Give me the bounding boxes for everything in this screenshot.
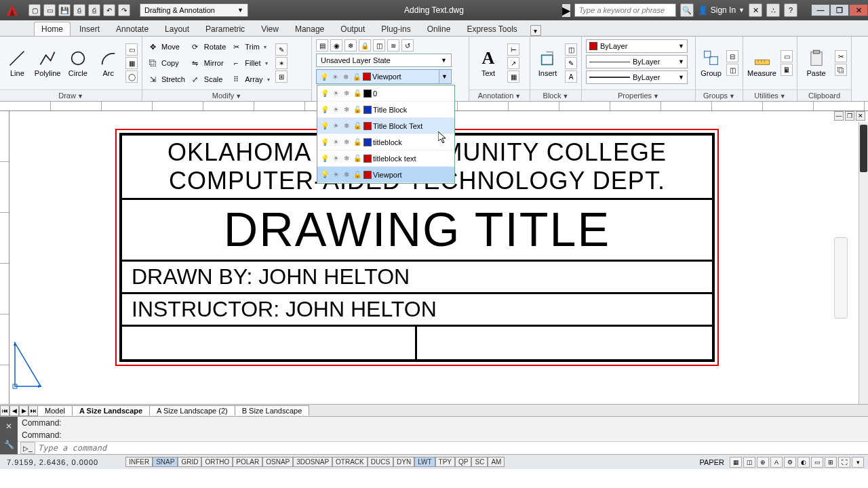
copyclip-icon[interactable]: ⿻ bbox=[835, 64, 847, 76]
qat-save-icon[interactable]: 💾 bbox=[58, 4, 71, 16]
qat-redo-icon[interactable]: ↷ bbox=[118, 4, 130, 16]
tab-view[interactable]: View bbox=[254, 22, 286, 36]
tab-online[interactable]: Online bbox=[420, 22, 458, 36]
layer-match-icon[interactable]: ≋ bbox=[387, 39, 399, 52]
panel-title-block[interactable]: Block▼ bbox=[530, 89, 581, 101]
minimize-button[interactable]: — bbox=[811, 4, 830, 16]
polyline-button[interactable]: Polyline bbox=[35, 49, 61, 77]
toggle-osnap[interactable]: OSNAP bbox=[262, 457, 293, 467]
toggle-otrack[interactable]: OTRACK bbox=[332, 457, 368, 467]
layer-freeze-icon[interactable]: ❄ bbox=[344, 39, 357, 52]
maximize-button[interactable]: ❐ bbox=[830, 4, 849, 16]
hatch-icon[interactable]: ▦ bbox=[125, 57, 138, 69]
command-prompt-icon[interactable]: ▷_ bbox=[20, 442, 35, 454]
search-icon[interactable]: 🔍 bbox=[680, 3, 694, 17]
sign-in-button[interactable]: 👤 Sign In ▼ bbox=[698, 5, 745, 15]
arc-button[interactable]: Arc bbox=[95, 49, 121, 77]
help-search-input[interactable]: Type a keyword or phrase bbox=[574, 3, 676, 17]
close-button[interactable]: ✕ bbox=[849, 4, 868, 16]
layout-tab[interactable]: A Size Landscape (2) bbox=[149, 405, 235, 415]
stayconnected-icon[interactable]: ⛬ bbox=[766, 3, 780, 17]
layout-next-icon[interactable]: ▶ bbox=[19, 405, 28, 416]
line-button[interactable]: Line bbox=[4, 49, 31, 77]
fillet-button[interactable]: ⌐Fillet▾ bbox=[230, 56, 271, 70]
status-icon[interactable]: ⊕ bbox=[757, 457, 769, 468]
measure-button[interactable]: Measure bbox=[747, 49, 776, 77]
cut-icon[interactable]: ✂ bbox=[835, 50, 847, 62]
command-input[interactable] bbox=[38, 443, 868, 453]
viewport-max-icon[interactable]: ❐ bbox=[845, 111, 854, 121]
toggle-dyn[interactable]: DYN bbox=[393, 457, 414, 467]
panel-title-groups[interactable]: Groups▼ bbox=[696, 89, 743, 101]
layout-prev-icon[interactable]: ◀ bbox=[9, 405, 19, 416]
toggle-ortho[interactable]: ORTHO bbox=[201, 457, 233, 467]
navigation-bar[interactable] bbox=[834, 237, 848, 319]
qat-new-icon[interactable]: ▢ bbox=[28, 4, 41, 16]
layer-lock-icon[interactable]: 🔒 bbox=[359, 39, 371, 52]
status-icon[interactable]: ⛶ bbox=[838, 457, 850, 468]
text-button[interactable]: AText bbox=[473, 49, 503, 77]
panel-title-annotation[interactable]: Annotation▼ bbox=[469, 89, 530, 101]
tab-parametric[interactable]: Parametric bbox=[198, 22, 252, 36]
layout-last-icon[interactable]: ⏭ bbox=[28, 405, 38, 416]
edit-block-icon[interactable]: ✎ bbox=[565, 57, 577, 69]
qat-open-icon[interactable]: ▭ bbox=[43, 4, 56, 16]
layer-prop-icon[interactable]: ▤ bbox=[316, 39, 328, 52]
layer-item[interactable]: 💡☀❄🔓Title Block bbox=[317, 102, 454, 118]
select-icon[interactable]: ▭ bbox=[781, 50, 793, 62]
create-block-icon[interactable]: ◫ bbox=[565, 43, 577, 56]
trim-button[interactable]: ✂Trim▾ bbox=[230, 39, 271, 54]
layer-off-icon[interactable]: ◉ bbox=[330, 39, 342, 52]
layer-item[interactable]: 💡☀❄🔓titleblock bbox=[317, 134, 454, 150]
tab-output[interactable]: Output bbox=[333, 22, 372, 36]
layer-item[interactable]: 💡☀❄🔓titleblock text bbox=[317, 150, 454, 167]
lineweight-combo[interactable]: ByLayer▼ bbox=[586, 70, 688, 84]
quickcalc-icon[interactable]: 🖩 bbox=[781, 64, 793, 76]
panel-title-modify[interactable]: Modify▼ bbox=[142, 89, 311, 101]
layer-iso-icon[interactable]: ◫ bbox=[373, 39, 385, 52]
exchange-icon[interactable]: ✕ bbox=[749, 3, 762, 17]
table-icon[interactable]: ▦ bbox=[507, 70, 519, 83]
move-button[interactable]: ✥Move bbox=[146, 39, 185, 54]
qat-plot-icon[interactable]: ⎙ bbox=[88, 4, 100, 16]
layer-item[interactable]: 💡☀❄🔓Title Block Text bbox=[317, 118, 454, 134]
tab-annotate[interactable]: Annotate bbox=[108, 22, 156, 36]
tab-layout[interactable]: Layout bbox=[157, 22, 197, 36]
panel-title-utilities[interactable]: Utilities▼ bbox=[743, 89, 797, 101]
toggle-sc[interactable]: SC bbox=[471, 457, 488, 467]
tab-insert[interactable]: Insert bbox=[72, 22, 107, 36]
toggle-ducs[interactable]: DUCS bbox=[368, 457, 393, 467]
status-icon[interactable]: ⊞ bbox=[825, 457, 837, 468]
rotate-button[interactable]: ⟳Rotate bbox=[189, 39, 226, 54]
toggle-lwt[interactable]: LWT bbox=[414, 457, 435, 467]
tab-express-tools[interactable]: Express Tools bbox=[459, 22, 524, 36]
leader-icon[interactable]: ↗ bbox=[507, 57, 519, 69]
layer-item[interactable]: 💡☀❄🔓0 bbox=[317, 85, 454, 102]
mirror-button[interactable]: ⇋Mirror bbox=[189, 56, 226, 70]
rectangle-icon[interactable]: ▭ bbox=[125, 43, 138, 56]
chevron-down-icon[interactable]: ▼ bbox=[439, 70, 450, 83]
insert-button[interactable]: Insert bbox=[534, 49, 561, 77]
ungroup-icon[interactable]: ⊟ bbox=[726, 50, 738, 62]
qat-undo-icon[interactable]: ↶ bbox=[103, 4, 115, 16]
toggle-3dosnap[interactable]: 3DOSNAP bbox=[293, 457, 332, 467]
panel-title-draw[interactable]: Draw▼ bbox=[0, 89, 142, 101]
qat-saveas-icon[interactable]: ⎙ bbox=[73, 4, 85, 16]
circle-button[interactable]: Circle bbox=[65, 49, 92, 77]
search-arrow-icon[interactable]: ▶ bbox=[562, 4, 570, 17]
tab-manage[interactable]: Manage bbox=[288, 22, 332, 36]
help-icon[interactable]: ? bbox=[784, 3, 797, 17]
explode-icon[interactable]: ✶ bbox=[275, 57, 288, 69]
toggle-infer[interactable]: INFER bbox=[125, 457, 153, 467]
status-icon[interactable]: ▦ bbox=[730, 457, 742, 468]
panel-title-properties[interactable]: Properties▼ bbox=[582, 89, 695, 101]
toggle-am[interactable]: AM bbox=[488, 457, 505, 467]
scrollbar-vertical[interactable] bbox=[859, 122, 868, 404]
layout-tab[interactable]: A Size Landscape bbox=[72, 405, 150, 415]
app-icon[interactable] bbox=[0, 0, 24, 20]
offset-icon[interactable]: ⊞ bbox=[275, 70, 288, 83]
viewport-min-icon[interactable]: — bbox=[834, 111, 844, 121]
group-edit-icon[interactable]: ◫ bbox=[726, 64, 738, 76]
workspace-switcher[interactable]: Drafting & Annotation ▼ bbox=[140, 3, 248, 17]
ellipse-icon[interactable]: ◯ bbox=[125, 70, 138, 83]
